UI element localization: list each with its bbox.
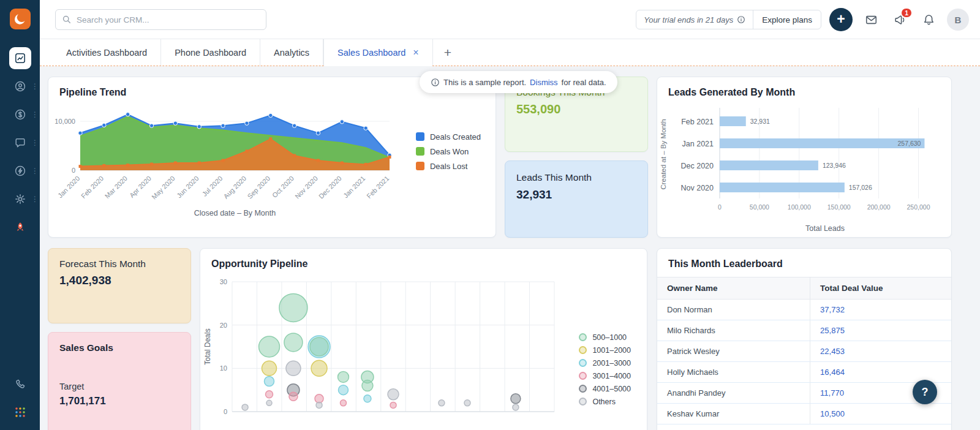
kebab-menu-icon[interactable]: ⋮ — [31, 111, 39, 118]
owner-name-cell: Don Norman — [657, 300, 810, 320]
legend-swatch — [579, 333, 587, 341]
svg-text:200,000: 200,000 — [867, 203, 891, 211]
legend-swatch — [579, 359, 587, 367]
sidebar-item-settings[interactable]: ⋮ — [0, 185, 40, 213]
svg-text:0: 0 — [718, 203, 722, 211]
sidebar-item-dashboard[interactable] — [0, 44, 40, 72]
svg-text:Feb 2021: Feb 2021 — [365, 175, 390, 200]
pipeline-trend-card: Pipeline Trend 010,000Jan 2020Feb 2020Ma… — [48, 77, 496, 238]
tab-analytics[interactable]: Analytics — [260, 39, 323, 66]
svg-text:250,000: 250,000 — [907, 203, 930, 211]
deal-value-cell[interactable]: 22,453 — [810, 341, 951, 362]
legend-item-1001-2000[interactable]: 1001–2000 — [579, 346, 631, 355]
notifications-button[interactable] — [918, 9, 939, 30]
card-title: This Month Leaderboard — [657, 249, 951, 273]
tab-sales-dashboard[interactable]: Sales Dashboard× — [323, 39, 433, 66]
topbar: Your trial ends in 21 days Explore plans… — [40, 0, 980, 39]
email-button[interactable] — [861, 9, 881, 30]
sidebar-item-phone[interactable] — [0, 370, 40, 398]
legend-item-deals-lost[interactable]: Deals Lost — [416, 162, 481, 171]
sidebar-item-automation[interactable]: ⋮ — [0, 157, 40, 185]
freshworks-swirl — [13, 12, 27, 26]
phone-icon — [14, 378, 26, 390]
svg-text:Apr 2020: Apr 2020 — [128, 175, 153, 199]
svg-text:Created at – By Month: Created at – By Month — [660, 119, 667, 189]
search-box[interactable] — [55, 9, 266, 30]
apps-icon — [14, 406, 26, 418]
column-header-value: Total Deal Value — [810, 277, 951, 300]
dismiss-link[interactable]: Dismiss — [530, 78, 558, 87]
kebab-menu-icon[interactable]: ⋮ — [31, 167, 39, 175]
freshworks-logo-icon[interactable] — [10, 9, 31, 29]
legend-item-others[interactable]: Others — [579, 398, 631, 406]
sidebar-item-rocket[interactable] — [0, 213, 40, 241]
owner-name-cell: Holly Michaels — [657, 362, 810, 383]
dashboard-tabbar: Activities DashboardPhone DashboardAnaly… — [40, 39, 980, 66]
svg-text:Oct 2020: Oct 2020 — [271, 175, 295, 199]
table-row[interactable]: Patrick Wesley22,453 — [657, 341, 951, 362]
kebab-menu-icon[interactable]: ⋮ — [31, 195, 39, 203]
svg-text:Total Deals: Total Deals — [203, 328, 212, 364]
legend-swatch — [416, 132, 424, 141]
kebab-menu-icon[interactable]: ⋮ — [31, 83, 39, 90]
kebab-menu-icon[interactable]: ⋮ — [31, 139, 39, 146]
close-icon[interactable]: × — [413, 48, 418, 58]
whats-new-button[interactable]: 1 — [889, 9, 910, 30]
legend-item-deals-created[interactable]: Deals Created — [416, 132, 481, 141]
sidebar-item-chat[interactable]: ⋮ — [0, 129, 40, 157]
legend-label: 500–1000 — [592, 333, 627, 342]
deal-value-cell[interactable]: 37,732 — [810, 300, 951, 320]
pipeline-legend: Deals CreatedDeals WonDeals Lost — [416, 132, 481, 171]
banner-text-after: for real data. — [562, 78, 606, 87]
notification-badge: 1 — [900, 7, 913, 18]
svg-text:May 2020: May 2020 — [150, 175, 176, 201]
legend-item-4001-5000[interactable]: 4001–5000 — [579, 385, 631, 393]
quick-add-button[interactable]: + — [829, 8, 853, 31]
help-button[interactable]: ? — [913, 380, 937, 404]
leaderboard-card: This Month Leaderboard Owner Name Total … — [657, 248, 952, 430]
deal-value-cell[interactable]: 10,500 — [810, 404, 951, 424]
table-row[interactable]: Keshav Kumar10,500 — [657, 404, 951, 424]
trial-text: Your trial ends in 21 days — [636, 15, 753, 25]
table-row[interactable]: Anandhi Pandey11,770 — [657, 383, 951, 404]
legend-swatch — [579, 372, 587, 380]
legend-item-3001-4000[interactable]: 3001–4000 — [579, 372, 631, 380]
tab-phone-dashboard[interactable]: Phone Dashboard — [161, 39, 260, 66]
sales-goals-title: Sales Goals — [59, 342, 179, 353]
svg-text:Total Leads: Total Leads — [805, 224, 845, 233]
leads-this-month-card: Leads This Month 32,931 — [505, 160, 648, 238]
legend-item-500-1000[interactable]: 500–1000 — [579, 333, 631, 342]
legend-item-deals-won[interactable]: Deals Won — [416, 147, 481, 156]
forecast-title: Forecast This Month — [59, 258, 179, 270]
sidebar-item-apps[interactable] — [0, 398, 40, 426]
leads-value: 32,931 — [516, 188, 636, 202]
rocket-icon — [14, 221, 26, 233]
table-row[interactable]: Don Norman37,732 — [657, 300, 951, 320]
mail-icon — [865, 13, 878, 26]
tab-activities-dashboard[interactable]: Activities Dashboard — [53, 39, 161, 66]
svg-text:157,026: 157,026 — [849, 184, 872, 191]
legend-item-2001-3000[interactable]: 2001–3000 — [579, 359, 631, 368]
sidebar-item-deals[interactable]: ⋮ — [0, 100, 40, 129]
sidebar-item-contacts[interactable]: ⋮ — [0, 72, 40, 100]
leaderboard-table: Owner Name Total Deal Value Don Norman37… — [657, 277, 951, 424]
search-input[interactable] — [77, 15, 260, 25]
table-row[interactable]: Holly Michaels16,464 — [657, 362, 951, 383]
add-tab-button[interactable]: + — [433, 39, 462, 66]
bell-icon — [922, 13, 935, 26]
leads-by-month-chart: 050,000100,000150,000200,000250,000Feb 2… — [657, 102, 951, 233]
owner-name-cell: Keshav Kumar — [657, 404, 810, 424]
table-row[interactable]: Milo Richards25,875 — [657, 320, 951, 341]
tab-label: Sales Dashboard — [337, 48, 405, 58]
svg-text:Aug 2020: Aug 2020 — [222, 175, 248, 200]
avatar[interactable]: B — [947, 9, 969, 31]
svg-text:Closed date – By Month: Closed date – By Month — [194, 209, 276, 217]
owner-name-cell: Milo Richards — [657, 320, 810, 341]
sidebar-nav: ⋮⋮⋮⋮⋮ — [0, 44, 40, 241]
svg-text:Sep 2020: Sep 2020 — [246, 175, 271, 200]
deal-value-cell[interactable]: 16,464 — [810, 362, 951, 383]
dashboard-icon — [14, 52, 26, 64]
deal-value-cell[interactable]: 25,875 — [810, 320, 951, 341]
explore-plans-button[interactable]: Explore plans — [753, 10, 821, 29]
owner-name-cell: Patrick Wesley — [657, 341, 810, 362]
